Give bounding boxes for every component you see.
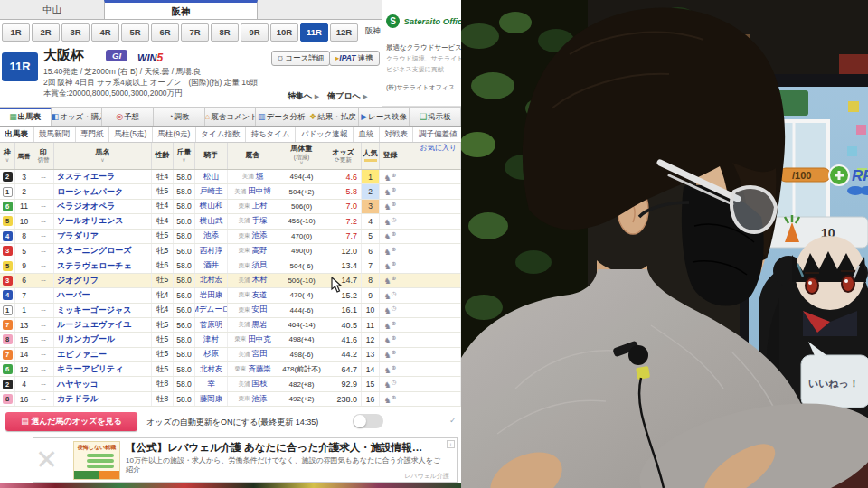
horse-name-link[interactable]: カテドラル bbox=[57, 393, 99, 405]
jockey-link[interactable]: 戸崎圭 bbox=[200, 186, 223, 197]
sateraito-ad[interactable]: S Sateraito Office 最適なクラウドサービスをご提供 クラウド環… bbox=[382, 0, 461, 107]
favorite-cell[interactable] bbox=[401, 288, 461, 302]
favorite-cell[interactable] bbox=[401, 274, 461, 287]
favorite-cell[interactable] bbox=[401, 377, 461, 390]
orepro-link[interactable]: 俺プロへ ▶ bbox=[327, 90, 368, 102]
trainer-link[interactable]: 手塚 bbox=[252, 216, 268, 227]
col-weight[interactable]: 斤量 bbox=[174, 143, 195, 169]
register-horse-icon[interactable]: ♞◷ bbox=[384, 379, 397, 389]
mark-cell[interactable]: -- bbox=[33, 214, 54, 228]
jockey-link[interactable]: 横山和 bbox=[200, 201, 223, 211]
jockey-link[interactable]: 北村宏 bbox=[200, 275, 223, 286]
race-button-11r[interactable]: 11R bbox=[300, 23, 328, 42]
horse-name-link[interactable]: リカンカブール bbox=[57, 333, 115, 345]
favorite-cell[interactable] bbox=[401, 214, 461, 228]
horse-name-link[interactable]: ソールオリエンス bbox=[57, 215, 123, 227]
jockey-link[interactable]: 津村 bbox=[203, 334, 219, 345]
horse-name-link[interactable]: タスティエーラ bbox=[57, 171, 115, 183]
horse-name-link[interactable]: ローシャムパーク bbox=[57, 186, 123, 198]
col-num[interactable]: 馬番 bbox=[15, 143, 33, 169]
col-sexage[interactable]: 性齢 bbox=[152, 143, 174, 169]
horse-name-link[interactable]: キラーアビリティ bbox=[57, 363, 123, 375]
mark-cell[interactable]: -- bbox=[33, 258, 54, 272]
tab-comment[interactable]: ⌂厩舎コメント bbox=[205, 108, 257, 126]
trainer-link[interactable]: 高野 bbox=[252, 246, 268, 257]
mark-cell[interactable]: -- bbox=[33, 362, 54, 376]
mark-cell[interactable]: -- bbox=[33, 392, 54, 406]
tab-movie[interactable]: ▶レース映像 bbox=[359, 108, 410, 126]
mark-cell[interactable]: -- bbox=[33, 304, 54, 317]
trainer-link[interactable]: 池添 bbox=[252, 230, 268, 241]
horse-name-link[interactable]: ベラジオオペラ bbox=[57, 201, 115, 212]
horse-name-link[interactable]: エピファニー bbox=[57, 349, 107, 361]
race-button-5r[interactable]: 5R bbox=[121, 23, 149, 42]
col-odds[interactable]: オッズ⟳更新 bbox=[326, 143, 362, 169]
tab-data[interactable]: ▥データ分析 bbox=[256, 108, 307, 126]
sub-tab[interactable]: 持ちタイム bbox=[246, 127, 296, 142]
tab-odds[interactable]: ◧オッズ・購入 bbox=[52, 108, 103, 126]
jockey-link[interactable]: 菅原明 bbox=[200, 320, 223, 331]
favorite-cell[interactable] bbox=[401, 318, 461, 332]
favorite-cell[interactable] bbox=[401, 258, 461, 272]
sub-tab[interactable]: 対戦表 bbox=[380, 127, 414, 142]
register-horse-icon[interactable]: ♞◷ bbox=[384, 216, 397, 227]
trainer-link[interactable]: 田中博 bbox=[248, 186, 271, 197]
trainer-link[interactable]: 国枝 bbox=[252, 379, 268, 389]
mark-cell[interactable]: -- bbox=[33, 230, 54, 243]
race-button-8r[interactable]: 8R bbox=[211, 23, 239, 42]
col-mark[interactable]: 印切替 bbox=[33, 143, 54, 169]
register-horse-icon[interactable]: ♞⊕ bbox=[384, 246, 397, 257]
race-button-4r[interactable]: 4R bbox=[91, 23, 119, 42]
sub-tab[interactable]: パドック速報 bbox=[296, 127, 354, 142]
favorite-cell[interactable] bbox=[401, 348, 461, 361]
col-hweight[interactable]: 馬体重(増減) bbox=[278, 143, 326, 169]
venue-tab-hanshin[interactable]: 阪神 bbox=[104, 0, 258, 19]
sub-tab[interactable]: 調子偏差値 bbox=[413, 127, 461, 142]
tab-result[interactable]: ❖結果・払戻 bbox=[307, 108, 359, 126]
trainer-link[interactable]: 池添 bbox=[252, 394, 268, 405]
trainer-link[interactable]: 上村 bbox=[252, 201, 268, 211]
mark-cell[interactable]: -- bbox=[33, 377, 54, 390]
register-horse-icon[interactable]: ♞⊕ bbox=[384, 260, 397, 271]
trainer-link[interactable]: 田中克 bbox=[248, 334, 271, 345]
register-horse-icon[interactable]: ♞⊕ bbox=[384, 320, 397, 331]
favorite-cell[interactable] bbox=[401, 304, 461, 317]
horse-name-link[interactable]: ルージュエヴァイユ bbox=[57, 319, 132, 331]
venue-tab-nakayama[interactable]: 中山 bbox=[0, 0, 104, 19]
register-horse-icon[interactable]: ♞⊕ bbox=[384, 186, 397, 197]
mark-cell[interactable]: -- bbox=[33, 200, 54, 213]
horse-name-link[interactable]: ハヤヤッコ bbox=[57, 379, 99, 390]
col-pop[interactable]: 人気 bbox=[362, 143, 380, 169]
register-horse-icon[interactable]: ♞⊕ bbox=[384, 230, 397, 241]
register-horse-icon[interactable]: ♞⊕ bbox=[384, 275, 397, 286]
mark-cell[interactable]: -- bbox=[33, 348, 54, 361]
jockey-link[interactable]: 岩田康 bbox=[200, 290, 223, 301]
register-horse-icon[interactable]: ♞⊕ bbox=[384, 201, 397, 211]
feature-link[interactable]: 特集へ ▶ bbox=[288, 90, 319, 102]
race-button-6r[interactable]: 6R bbox=[151, 23, 179, 42]
race-button-12r[interactable]: 12R bbox=[330, 23, 358, 42]
mark-cell[interactable]: -- bbox=[33, 288, 54, 302]
horse-name-link[interactable]: プラダリア bbox=[57, 230, 99, 242]
sub-tab[interactable]: タイム指数 bbox=[196, 127, 246, 142]
register-horse-icon[interactable]: ♞⊕ bbox=[384, 394, 397, 405]
tab-chokyo[interactable]: ◔調教 bbox=[154, 108, 205, 126]
col-waku[interactable]: 枠 bbox=[0, 143, 15, 169]
trainer-link[interactable]: 安田 bbox=[252, 305, 268, 315]
jockey-link[interactable]: 松山 bbox=[203, 172, 219, 183]
race-button-7r[interactable]: 7R bbox=[181, 23, 209, 42]
sub-tab[interactable]: 馬柱(9走) bbox=[153, 127, 196, 142]
tab-yosou[interactable]: ◎予想 bbox=[102, 108, 154, 126]
mark-cell[interactable]: -- bbox=[33, 333, 54, 346]
favorite-cell[interactable] bbox=[401, 362, 461, 376]
horse-name-link[interactable]: ジオグリフ bbox=[57, 275, 99, 286]
sub-tab[interactable]: 血統 bbox=[354, 127, 380, 142]
register-horse-icon[interactable]: ♞⊕ bbox=[384, 364, 397, 375]
bottom-ad[interactable]: ✕ 後悔しない転職 【公式】レバウェル介護 あなたに合った介護求人・施設情報… … bbox=[33, 437, 458, 483]
mark-cell[interactable]: -- bbox=[33, 184, 54, 198]
sub-tab[interactable]: 馬柱(5走) bbox=[109, 127, 153, 142]
horse-name-link[interactable]: ハーパー bbox=[57, 289, 90, 301]
mark-cell[interactable]: -- bbox=[33, 244, 54, 258]
jockey-link[interactable]: 酒井 bbox=[203, 260, 219, 271]
mark-cell[interactable]: -- bbox=[33, 318, 54, 332]
